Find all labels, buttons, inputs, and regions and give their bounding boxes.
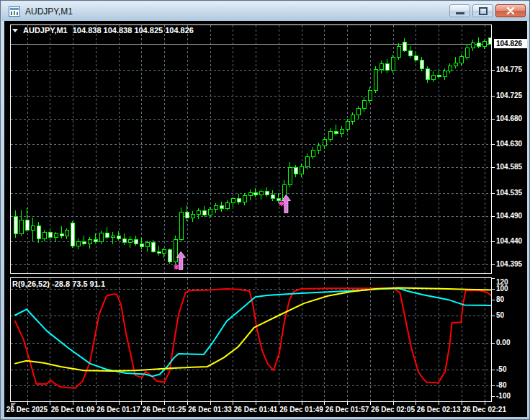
- time-tick-mark: [96, 402, 96, 405]
- candle-body: [346, 121, 349, 129]
- candle-body: [368, 90, 372, 100]
- price-tick-mark: [492, 216, 495, 217]
- time-axis-label: 26 Dec 01:17: [96, 406, 140, 414]
- candle-body: [197, 210, 200, 214]
- candle-body: [99, 233, 103, 241]
- candle-body: [374, 69, 377, 90]
- candle-body: [271, 195, 274, 198]
- time-tick-mark: [416, 402, 416, 405]
- candle-body: [82, 241, 86, 243]
- title-bar[interactable]: AUDJPY,M1: [1, 1, 530, 21]
- chart-window-icon: [9, 6, 20, 17]
- time-tick-mark: [119, 402, 120, 405]
- time-tick-mark: [393, 402, 394, 405]
- indicator-tick-mark: [492, 300, 495, 300]
- ohlc-values: 104.838 104.838 104.825 104.826: [73, 26, 194, 35]
- candle-body: [328, 131, 332, 139]
- candle-body: [105, 233, 109, 237]
- time-tick-mark: [210, 402, 211, 405]
- main-chart-pane[interactable]: [10, 24, 492, 274]
- candle-body: [253, 192, 257, 195]
- candle-body: [214, 205, 217, 209]
- candle-body: [117, 236, 120, 238]
- time-tick-mark: [233, 402, 233, 405]
- candle-body: [185, 212, 189, 218]
- price-tick-mark: [492, 119, 495, 120]
- price-tick-mark: [492, 264, 495, 265]
- candle-body: [477, 43, 480, 46]
- candle-body: [305, 156, 309, 166]
- time-tick-mark: [302, 402, 302, 405]
- time-tick-mark: [164, 402, 165, 405]
- restore-button[interactable]: [472, 4, 493, 17]
- price-tick-label: 104.535: [496, 189, 522, 197]
- candle-body: [243, 195, 246, 202]
- indicator-pane[interactable]: [10, 277, 492, 402]
- candle-body: [408, 50, 412, 55]
- time-axis-label: 26 Dec 02:21: [462, 406, 506, 414]
- star-icon: [279, 201, 284, 207]
- window-title: AUDJPY,M1: [25, 6, 73, 17]
- slow-line: [15, 288, 492, 372]
- candle-body: [25, 220, 29, 230]
- time-tick-mark: [73, 402, 73, 405]
- close-button[interactable]: [495, 4, 526, 17]
- star-icon: [174, 264, 179, 270]
- candle-body: [471, 43, 475, 48]
- time-axis-label: 26 Dec 02:05: [371, 406, 415, 414]
- restore-icon: [479, 7, 488, 15]
- price-tick-mark: [492, 167, 495, 168]
- candle-body: [340, 129, 343, 133]
- price-tick-label: 104.630: [496, 140, 522, 148]
- candle-body: [151, 242, 155, 251]
- candle-body: [191, 214, 194, 218]
- candle-body: [134, 239, 138, 243]
- indicator-tick-mark: [492, 278, 495, 279]
- candle-body: [362, 100, 366, 108]
- time-tick-mark: [462, 402, 462, 405]
- time-axis-label: 26 Dec 01:49: [279, 406, 323, 414]
- price-tick-label: 104.490: [496, 212, 522, 220]
- candles: [14, 37, 492, 264]
- candle-body: [48, 232, 52, 237]
- minimize-button[interactable]: [449, 4, 470, 17]
- price-tick-mark: [492, 96, 495, 97]
- candle-body: [431, 75, 435, 79]
- candle-body: [403, 42, 406, 50]
- symbol-info-label[interactable]: AUDJPY,M1 104.838 104.838 104.825 104.82…: [12, 26, 194, 35]
- time-tick-mark: [324, 402, 325, 405]
- candle-body: [168, 249, 171, 262]
- candle-body: [454, 63, 457, 66]
- candle-body: [88, 239, 91, 243]
- candle-body: [31, 225, 35, 230]
- candle-body: [37, 225, 40, 238]
- price-tick-label: 104.775: [496, 66, 522, 73]
- price-tick-mark: [492, 193, 495, 194]
- chart-client-area: AUDJPY,M1 104.838 104.838 104.825 104.82…: [4, 21, 527, 417]
- current-price-badge: 104.826: [494, 39, 527, 48]
- price-tick-label: 104.680: [496, 115, 522, 122]
- candle-body: [414, 55, 418, 60]
- candle-body: [54, 233, 58, 237]
- candle-body: [300, 166, 303, 174]
- candle-body: [231, 198, 235, 202]
- time-tick-mark: [141, 402, 142, 405]
- price-tick-label: 104.725: [496, 91, 522, 99]
- candle-body: [157, 251, 161, 253]
- time-axis-label: 26 Dec 01:33: [188, 406, 232, 414]
- chart-window: AUDJPY,M1 AUDJPY,M1 104.838 104.838 104.…: [0, 0, 530, 420]
- candle-body: [71, 223, 74, 246]
- candle-body: [482, 41, 486, 46]
- indicator-tick-mark: [492, 316, 495, 316]
- time-axis-label: 26 Dec 01:57: [325, 406, 369, 414]
- candle-body: [202, 210, 206, 215]
- price-tick-mark: [492, 241, 495, 242]
- time-axis-label: 26 Dec 01:25: [143, 406, 187, 414]
- candle-body: [334, 131, 338, 133]
- candle-body: [145, 242, 149, 246]
- indicator-tick-label: 80: [496, 295, 504, 303]
- candle-body: [448, 66, 452, 71]
- indicator-tick-mark: [492, 385, 495, 386]
- chevron-down-icon: [12, 29, 18, 32]
- candle-body: [128, 239, 132, 242]
